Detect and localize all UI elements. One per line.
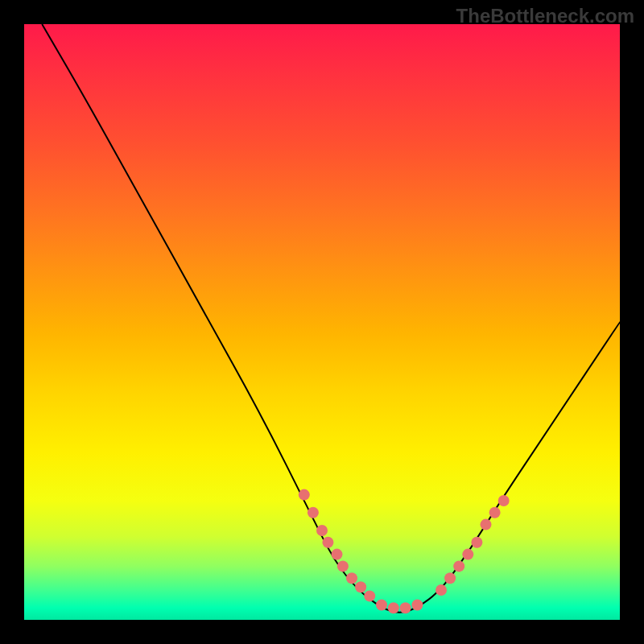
marker-cluster-right [436, 495, 510, 596]
data-marker [453, 560, 464, 572]
data-marker [299, 489, 310, 501]
marker-cluster-left [299, 489, 423, 614]
data-marker [471, 537, 482, 548]
bottleneck-curve [42, 24, 620, 613]
data-marker [376, 600, 387, 611]
data-marker [322, 537, 333, 548]
data-marker [489, 507, 501, 518]
data-marker [388, 602, 399, 613]
data-marker [444, 572, 456, 584]
data-marker [481, 519, 492, 530]
chart-container: TheBottleneck.com [0, 0, 644, 644]
data-marker [411, 600, 423, 611]
data-marker [337, 560, 349, 572]
data-marker [364, 590, 375, 601]
data-marker [346, 572, 357, 584]
data-marker [332, 549, 343, 560]
plot-area [24, 24, 620, 620]
data-marker [355, 581, 366, 592]
watermark-text: TheBottleneck.com [456, 5, 634, 27]
data-marker [400, 602, 411, 613]
data-marker [308, 507, 319, 518]
data-marker [498, 495, 510, 506]
data-marker [436, 584, 447, 596]
data-marker [316, 525, 328, 536]
chart-svg [24, 24, 620, 620]
data-marker [462, 549, 473, 560]
